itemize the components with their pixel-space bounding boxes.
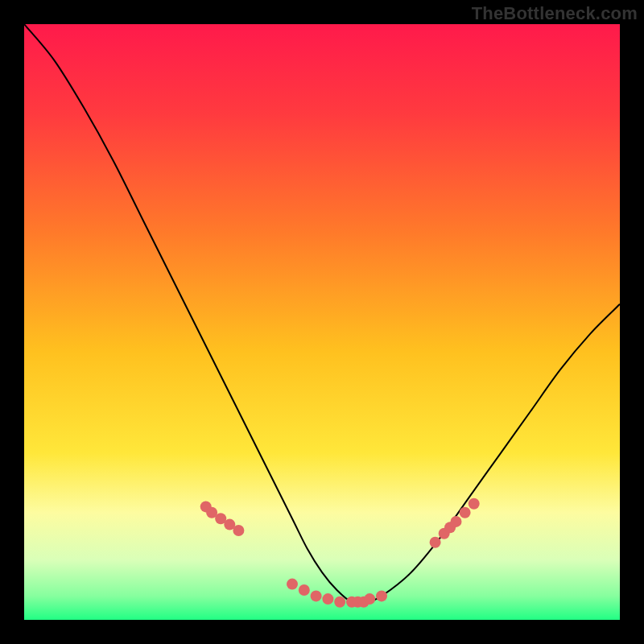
- curve-marker: [364, 593, 375, 605]
- chart-frame: TheBottleneck.com: [0, 0, 644, 644]
- curve-marker: [322, 593, 333, 605]
- curve-marker: [376, 590, 387, 601]
- chart-svg: [24, 24, 620, 620]
- curve-marker: [469, 498, 480, 510]
- plot-area: [24, 24, 620, 620]
- curve-marker: [299, 584, 310, 596]
- curve-marker: [311, 590, 322, 601]
- curve-marker: [233, 525, 244, 536]
- curve-marker: [451, 516, 462, 527]
- watermark-text: TheBottleneck.com: [472, 3, 638, 24]
- curve-marker: [460, 507, 471, 518]
- curve-marker: [430, 537, 441, 548]
- curve-marker: [334, 597, 345, 608]
- gradient-background: [24, 24, 620, 620]
- curve-marker: [287, 579, 298, 590]
